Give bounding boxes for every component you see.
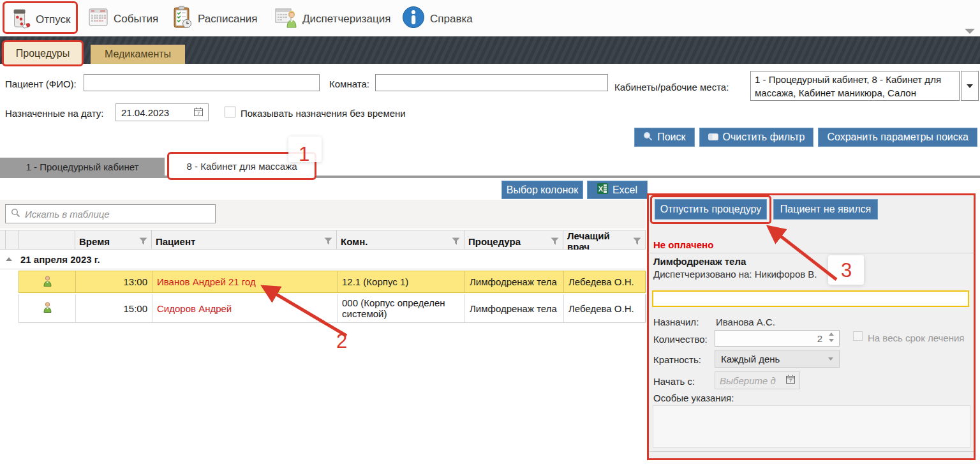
cell-doctor: Лебедева О.Н. [564,294,646,322]
search-button[interactable]: Поиск [634,128,694,147]
header-doctor-label: Лечащий врач [567,230,633,252]
cabinets-dropdown-button[interactable] [961,71,979,101]
date-filter-input[interactable]: 21.04.2023 7 [115,103,209,121]
frequency-dropdown[interactable]: Каждый день [715,350,840,368]
filter-funnel-icon[interactable] [324,236,332,247]
filter-funnel-icon[interactable] [452,236,460,247]
toolbar-item-events[interactable]: События [88,7,158,31]
save-search-params-button[interactable]: Сохранить параметры поиска [818,128,977,147]
cabinets-multiselect-value[interactable]: 1 - Процедурный кабинет, 8 - Кабинет для… [750,71,960,101]
quantity-spinner-arrows[interactable] [829,333,834,342]
room-filter-label: Комната: [329,79,369,89]
cell-patient[interactable]: Иванов Андрей 21 год [152,271,338,292]
filter-funnel-icon[interactable] [633,236,641,247]
room-filter-input[interactable] [375,74,608,91]
cabinets-filter-label: Кабинеты/рабочие места: [614,82,729,93]
frequency-value: Каждый день [721,354,780,364]
show-untimed-checkbox[interactable] [225,107,235,117]
table-search-input[interactable] [25,209,210,220]
toolbar-item-label: Расписания [198,13,257,26]
tab-procedures[interactable]: Процедуры [2,40,84,66]
spinner-up-icon[interactable] [829,333,834,336]
clear-filter-label: Очистить фильтр [723,131,805,143]
header-time[interactable]: Время [75,230,152,252]
table-header-row: Время Пациент Комн. Процедура Лечащий вр… [0,230,646,250]
header-procedure-label: Процедура [468,236,521,247]
dispatch-person-icon [274,6,297,31]
release-comment-input[interactable] [652,290,969,307]
toolbar-item-dispatching[interactable]: Диспетчеризация [274,6,390,31]
collapse-triangle-icon[interactable] [6,257,12,261]
cell-doctor: Лебедева О.Н. [564,271,646,292]
clipboard-clock-icon [171,6,193,32]
full-course-checkbox[interactable] [853,331,863,341]
header-procedure[interactable]: Процедура [464,230,563,252]
quantity-label: Количество: [653,334,708,345]
cell-time: 15:00 [76,294,152,322]
header-spacer [0,230,6,252]
cell-procedure: Лимфодренаж тела [465,271,564,292]
table-row[interactable]: 15:00 Сидоров Андрей 000 (Корпус определ… [19,294,646,323]
cell-time: 13:00 [76,271,152,292]
tab-medications[interactable]: Медикаменты [91,45,185,64]
spinner-down-icon[interactable] [829,339,834,342]
toolbar-overflow-caret-icon[interactable] [965,29,975,34]
table-row[interactable]: 13:00 Иванов Андрей 21 год 12.1 (Корпус … [19,271,646,293]
cell-procedure: Лимфодренаж тела [465,294,564,322]
svg-text:X: X [598,185,604,193]
panel-divider [650,451,974,452]
quantity-stepper[interactable] [715,330,840,347]
patient-filter-input[interactable] [84,74,320,91]
special-instructions-label: Особые указания: [653,393,734,403]
info-icon [402,6,425,32]
search-icon [11,208,20,220]
header-spacer [6,230,19,252]
choose-columns-button[interactable]: Выбор колонок [501,181,583,199]
toolbar-item-help[interactable]: Справка [402,6,473,32]
dispatched-to-text: Диспетчеризовано на: Никифоров В. [653,269,817,280]
toolbar-item-schedules[interactable]: Расписания [171,6,257,32]
cell-patient[interactable]: Сидоров Андрей [152,294,338,322]
header-patient[interactable]: Пациент [152,230,337,252]
show-untimed-label: Показывать назначения без времени [241,108,406,119]
start-date-input[interactable] [720,375,778,386]
excel-icon: X [597,183,608,197]
room-tabs-underline [0,176,980,178]
header-status-column [19,230,75,252]
person-icon [43,302,52,315]
filter-funnel-icon[interactable] [551,236,559,247]
excel-export-button[interactable]: X Excel [587,181,648,199]
patient-no-show-button[interactable]: Пациент не явился [773,199,878,220]
calendar-picker-icon[interactable]: 7 [194,107,203,118]
header-room[interactable]: Комн. [337,230,464,252]
clear-filter-button[interactable]: Очистить фильтр [699,128,814,147]
tab-room1-label: 1 - Процедурный кабинет [26,161,139,172]
svg-text:7: 7 [197,110,200,116]
patient-no-show-label: Пациент не явился [780,204,871,215]
cell-room: 12.1 (Корпус 1) [338,271,465,292]
tab-room-procedure-cabinet[interactable]: 1 - Процедурный кабинет [0,158,165,176]
patient-filter-label: Пациент (ФИО): [5,79,77,89]
toolbar-item-label: Справка [430,13,473,26]
table-group-row[interactable]: 21 апреля 2023 г. [0,250,646,269]
start-date-picker[interactable]: 7 [715,371,800,389]
annotation-step-2: 2 [336,331,347,351]
filter-funnel-icon[interactable] [139,236,147,247]
calendar-picker-icon[interactable]: 7 [786,375,795,386]
tab-procedures-label: Процедуры [16,48,70,59]
full-course-label: На весь срок лечения [868,333,964,343]
filter-actions-row: Поиск Очистить фильтр Сохранить параметр… [634,128,977,147]
group-date-label: 21 апреля 2023 г. [20,254,100,265]
excel-button-label: Excel [612,184,637,196]
calendar-icon [88,7,108,31]
cell-room: 000 (Корпус определен системой) [338,294,465,322]
start-date-label: Начать с: [653,376,695,387]
svg-text:7: 7 [789,378,792,384]
annotation-box-release [650,195,771,224]
tab-room2-label: 8 - Кабинет для массажа [186,161,297,172]
annotation-step-1: 1 [299,144,309,164]
chevron-down-icon [967,84,973,88]
header-doctor[interactable]: Лечащий врач [563,230,646,252]
chevron-down-icon [828,357,833,361]
special-instructions-textarea[interactable] [653,405,970,448]
